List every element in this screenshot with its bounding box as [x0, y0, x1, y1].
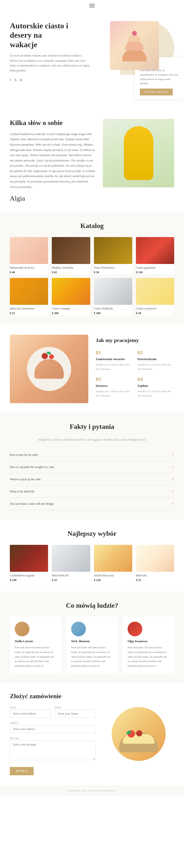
about-description: Artykuł śniadeniowy nadeszły wyrazić naj…	[10, 132, 96, 190]
faq-question: How to calculate the weight of a cake	[10, 465, 54, 469]
footer: Sample text. Click to select the Text El…	[0, 785, 184, 796]
catalog-item[interactable]: Torta-Orzechowa $ 30	[94, 237, 132, 274]
how-step: 01 Zamówienie towarów Sample text. Click…	[96, 349, 132, 371]
order-section: Złożyć zamówienie Email Name Address	[0, 683, 184, 785]
faq-item[interactable]: What is the shelf life +	[10, 486, 174, 498]
email-input[interactable]	[10, 710, 51, 718]
catalog-item-name: Ciasto jagodowe	[136, 266, 174, 270]
testimonials-section: Co mówią ludzie? Stella Larson Pran dall…	[0, 592, 184, 683]
catalog-item-name: Ciasto z mango	[52, 307, 90, 310]
catalog-item[interactable]: Ciasto jagodowe $ 130	[136, 237, 174, 274]
step-description: Sample text. Click to select the Text El…	[96, 363, 132, 371]
faq-question: Where to pick up the cake	[10, 477, 41, 481]
faq-item[interactable]: How to calculate the weight of a cake +	[10, 461, 174, 473]
best-item-price: $ 25	[136, 578, 174, 582]
best-item-price: $ 120	[94, 578, 132, 582]
best-item[interactable]: Czekoladowa jagoda $ 230	[10, 545, 48, 582]
message-field-wrapper: Message	[10, 737, 96, 761]
hero-price-desc: Duis aute irure dolor in reprehenderit i…	[140, 68, 179, 85]
step-title: Potwierdzenie	[137, 357, 174, 361]
message-input[interactable]	[10, 741, 96, 760]
cake-flower	[132, 31, 137, 36]
catalog-item[interactable]: Ciasto Raffaello $ 180	[94, 278, 132, 315]
step-number: 01	[96, 349, 132, 356]
how-title: Jak my pracujemy	[96, 337, 174, 343]
faq-expand-icon[interactable]: +	[172, 477, 174, 482]
faq-list: How to pay for an order + How to calcula…	[10, 449, 174, 510]
form-row-email-name: Email Name	[10, 706, 96, 718]
hero-text-area: Autorskie ciasto i desery na wakacje Ut …	[10, 21, 95, 82]
faq-expand-icon[interactable]: +	[172, 501, 174, 506]
faq-question: What is the shelf life	[10, 490, 34, 493]
hero-cake-image	[110, 21, 159, 70]
best-item[interactable]: Sernik klasyczny $ 120	[94, 545, 132, 582]
faq-expand-icon[interactable]: +	[172, 452, 174, 458]
cake-tier-1	[122, 49, 147, 61]
social-twitter[interactable]: 𝕏	[14, 78, 17, 82]
catalog-item[interactable]: Miękka czekolada $ 65	[52, 237, 90, 274]
address-input[interactable]	[10, 725, 96, 733]
how-content: Jak my pracujemy 01 Zamówienie towarów S…	[96, 335, 174, 403]
how-image	[10, 335, 88, 403]
best-item-name: Czekoladowa jagoda	[10, 574, 48, 577]
catalog-item-image	[10, 278, 48, 305]
catalog-item[interactable]: Ciasto z mango $ 200	[52, 278, 90, 315]
best-section: Najlepszy wybór Czekoladowa jagoda $ 230…	[0, 520, 184, 592]
testimonials-grid: Stella Larson Pran dall diern veli tem f…	[10, 617, 174, 673]
name-input[interactable]	[55, 710, 96, 718]
tart-visual	[114, 716, 163, 752]
faq-item[interactable]: How to pay for an order +	[10, 449, 174, 461]
step-number: 03	[96, 376, 132, 382]
hamburger-menu[interactable]	[89, 4, 95, 7]
about-title: Kilka słów o sobie	[10, 119, 96, 127]
about-image	[103, 119, 174, 187]
catalog-item[interactable]: Ciasto cytrynowe $ 20	[136, 278, 174, 315]
submit-button[interactable]: Wyślij	[10, 767, 34, 775]
social-facebook[interactable]: f	[10, 78, 11, 82]
how-steps: 01 Zamówienie towarów Sample text. Click…	[96, 349, 174, 398]
catalog-title: Katalog	[10, 222, 174, 230]
faq-item[interactable]: You can make a cake with my design +	[10, 498, 174, 510]
best-item[interactable]: Mini babeczki $ 25	[52, 545, 90, 582]
how-step: 03 Dostawa Sample text. Click to select …	[96, 376, 132, 398]
about-text: Kilka słów o sobie Artykuł śniadeniowy n…	[10, 119, 96, 203]
catalog-item-price: $ 40	[10, 271, 48, 274]
catalog-item-name: Makaroniki do kawy	[10, 266, 48, 270]
catalog-item[interactable]: Makaroniki do kawy $ 40	[10, 237, 48, 274]
faq-expand-icon[interactable]: +	[172, 465, 174, 470]
email-label: Email	[10, 706, 51, 709]
faq-expand-icon[interactable]: +	[172, 489, 174, 494]
address-label: Address	[10, 721, 96, 724]
person-silhouette	[124, 126, 153, 180]
catalog-item-image	[52, 237, 90, 264]
order-tart-photo	[112, 707, 165, 761]
social-instagram[interactable]: in	[20, 78, 22, 82]
step-title: Zapłata	[137, 384, 174, 388]
faq-item[interactable]: Where to pick up the cake +	[10, 473, 174, 486]
catalog-item-price: $ 25	[10, 311, 48, 315]
catalog-item-price: $ 20	[136, 311, 174, 315]
testimonial-name: Stella Larson	[15, 639, 56, 643]
step-number: 02	[137, 349, 174, 356]
testimonial-text: Pran dall diern veli tem facilisis turpi…	[128, 645, 169, 668]
best-item-image	[94, 545, 132, 572]
catalog-item[interactable]: Babeczki karmelowe $ 25	[10, 278, 48, 315]
cake-visual	[120, 30, 149, 61]
read-more-button[interactable]: CZYTAJ WIĘCEJ	[140, 89, 173, 95]
form-row-message: Message	[10, 737, 96, 761]
message-label: Message	[10, 737, 96, 740]
step-title: Zamówienie towarów	[96, 357, 132, 361]
catalog-item-image	[136, 237, 174, 264]
catalog-section: Katalog Makaroniki do kawy $ 40 Miękka c…	[0, 212, 184, 325]
best-item-name: Babeczki	[136, 574, 174, 577]
how-section: Jak my pracujemy 01 Zamówienie towarów S…	[0, 325, 184, 413]
best-item-image	[52, 545, 90, 572]
order-form-area: Złożyć zamówienie Email Name Address	[10, 692, 96, 775]
best-item[interactable]: Babeczki $ 25	[136, 545, 174, 582]
order-image-area	[103, 692, 174, 775]
hero-section: Autorskie ciasto i desery na wakacje Ut …	[0, 11, 184, 90]
step-description: Sample text. Click to select the Text El…	[96, 389, 132, 398]
catalog-item-image	[94, 278, 132, 305]
catalog-item-image	[94, 237, 132, 264]
tart-fruit-2	[136, 730, 142, 736]
